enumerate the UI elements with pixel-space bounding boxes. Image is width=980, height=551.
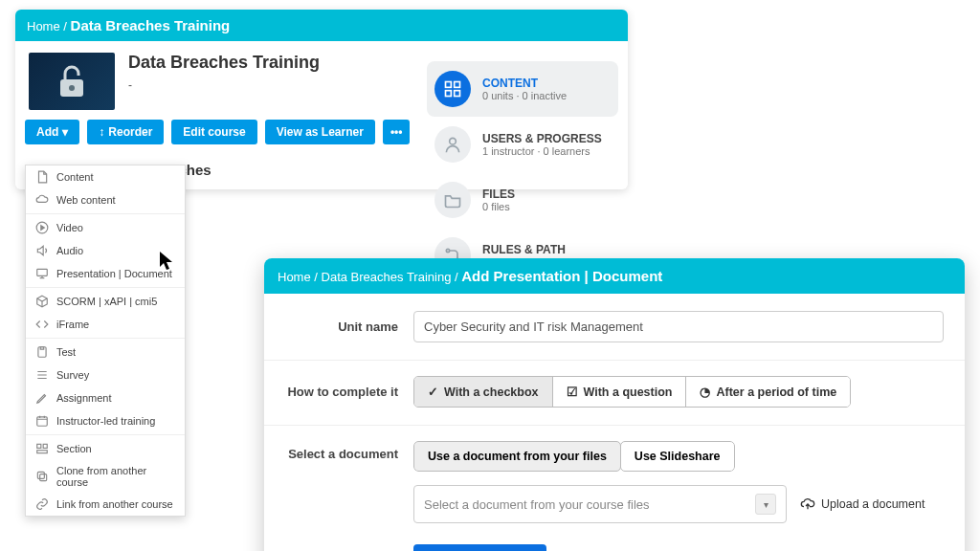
menu-item-scorm[interactable]: SCORM | xAPI | cmi5 [26,290,185,313]
menu-item-label: Assignment [56,392,111,404]
menu-item-label: Section [56,443,92,454]
menu-item-web-content[interactable]: Web content [26,188,185,211]
menu-item-label: iFrame [56,319,89,330]
breadcrumb-course[interactable]: Data Breaches Training [322,270,452,284]
menu-item-ilt[interactable]: Instructor-led training [26,409,185,432]
menu-item-label: Video [56,222,83,233]
course-thumbnail [29,53,115,110]
add-document-panel: Home / Data Breaches Training / Add Pres… [264,258,965,551]
menu-item-label: Web content [56,194,116,206]
menu-item-label: Audio [56,245,83,256]
opt-label: After a period of time [716,386,836,399]
package-icon [35,295,49,308]
checkbox-square-icon: ☑ [567,385,578,399]
add-document-form: Unit name How to complete it ✓ With a ch… [264,294,965,551]
course-files-dropdown[interactable]: Select a document from your course files… [413,485,787,523]
chevron-down-icon: ▾ [755,494,776,515]
svg-point-16 [446,249,449,252]
opt-label: With a checkbox [444,386,539,399]
svg-rect-10 [37,472,44,478]
sidebar-item-title: FILES [482,187,515,201]
svg-rect-3 [37,269,48,276]
menu-item-link[interactable]: Link from another course [26,493,185,516]
complete-label: How to complete it [285,385,398,399]
upload-document-link[interactable]: Upload a document [800,496,924,512]
breadcrumb: Home / Data Breaches Training [15,10,628,41]
svg-rect-8 [37,451,48,453]
menu-item-label: Link from another course [56,498,173,510]
svg-rect-7 [43,444,47,448]
menu-item-survey[interactable]: Survey [26,364,185,386]
dropdown-placeholder: Select a document from your course files [424,497,650,512]
complete-segmented: ✓ With a checkbox ☑ With a question ◔ Af… [413,376,851,408]
svg-rect-9 [40,474,47,481]
complete-option-checkbox[interactable]: ✓ With a checkbox [414,377,552,407]
copy-icon [35,470,49,483]
add-button[interactable]: Add ▾ [25,120,79,144]
svg-rect-11 [446,82,452,88]
menu-item-label: Presentation | Document [56,268,172,279]
folder-icon [434,182,471,218]
breadcrumb-home[interactable]: Home [278,270,311,284]
menu-item-label: Survey [56,369,89,381]
select-document-label: Select a document [285,447,398,461]
svg-rect-4 [38,347,46,358]
svg-rect-13 [446,91,452,97]
save-and-view-button[interactable]: Save and view ▾ [413,544,546,551]
sidebar-item-files[interactable]: FILES 0 files [427,172,618,228]
add-button-label: Add [36,125,58,139]
course-sidebar: CONTENT 0 units · 0 inactive USERS & PRO… [427,61,618,283]
sidebar-item-content[interactable]: CONTENT 0 units · 0 inactive [427,61,618,117]
menu-item-test[interactable]: Test [26,341,185,364]
menu-item-content[interactable]: Content [26,165,185,188]
svg-rect-14 [455,91,460,97]
clock-icon: ◔ [700,385,710,399]
menu-item-section[interactable]: Section [26,437,185,460]
svg-point-1 [69,85,75,91]
menu-item-clone[interactable]: Clone from another course [26,460,185,493]
opt-label: With a question [584,386,673,399]
menu-item-video[interactable]: Video [26,216,185,239]
cloud-icon [35,193,49,207]
breadcrumb-current: Data Breaches Training [71,17,231,33]
breadcrumb: Home / Data Breaches Training / Add Pres… [264,258,965,294]
link-icon [35,497,49,511]
menu-item-label: SCORM | xAPI | cmi5 [56,296,157,307]
list-icon [35,368,49,382]
document-source-segmented: Use a document from your files Use Slide… [413,441,735,472]
complete-option-time[interactable]: ◔ After a period of time [685,377,850,407]
menu-item-assignment[interactable]: Assignment [26,386,185,409]
menu-item-iframe[interactable]: iFrame [26,313,185,336]
presentation-icon [35,267,49,280]
menu-item-label: Instructor-led training [56,415,155,427]
unit-name-input[interactable] [413,311,944,342]
sidebar-item-users[interactable]: USERS & PROGRESS 1 instructor · 0 learne… [427,117,618,172]
sidebar-item-title: CONTENT [482,77,567,90]
breadcrumb-home[interactable]: Home [27,19,60,33]
ellipsis-icon: ••• [390,125,403,139]
source-from-files[interactable]: Use a document from your files [413,441,621,472]
reorder-button-label: Reorder [108,125,152,139]
complete-option-question[interactable]: ☑ With a question [552,377,686,407]
sidebar-item-title: RULES & PATH [482,243,569,256]
reorder-button[interactable]: ↕ Reorder [87,120,164,144]
cursor-icon [159,251,176,272]
menu-item-label: Test [56,346,76,358]
view-as-learner-button[interactable]: View as Learner [265,120,375,144]
svg-rect-5 [37,417,48,426]
menu-item-label: Content [56,171,94,183]
menu-item-label: Clone from another course [56,465,175,488]
calendar-icon [35,414,49,428]
sidebar-item-sub: 0 files [482,201,515,212]
code-icon [35,318,49,331]
audio-icon [35,244,49,257]
reorder-icon: ↕ [99,125,104,139]
svg-point-15 [450,138,457,144]
breadcrumb-current: Add Presentation | Document [461,268,662,284]
more-actions-button[interactable]: ••• [383,120,411,144]
course-title: Data Breaches Training [128,53,320,73]
clipboard-icon [35,345,49,359]
user-icon [434,126,471,163]
source-slideshare[interactable]: Use Slideshare [620,441,735,472]
edit-course-button[interactable]: Edit course [171,120,256,144]
